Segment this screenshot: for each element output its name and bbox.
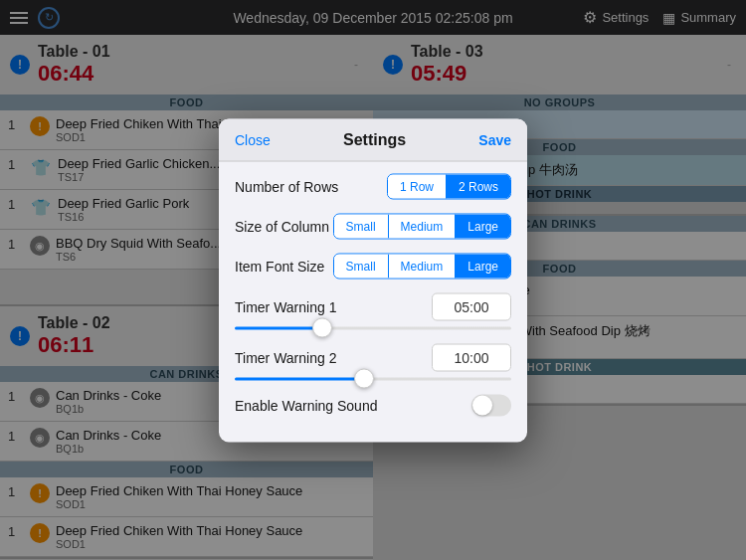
column-size-label: Size of Column	[235, 218, 329, 234]
timer2-input[interactable]	[432, 343, 511, 371]
timer2-slider-container	[235, 377, 511, 380]
modal-close-button[interactable]: Close	[235, 131, 271, 147]
warning-sound-toggle[interactable]	[471, 394, 511, 416]
font-large-button[interactable]: Large	[455, 254, 510, 278]
column-size-row: Size of Column Small Medium Large	[235, 213, 511, 239]
timer2-row: Timer Warning 2	[235, 343, 511, 371]
rows-1-button[interactable]: 1 Row	[388, 174, 446, 198]
timer1-label: Timer Warning 1	[235, 298, 336, 314]
font-size-row: Item Font Size Small Medium Large	[235, 253, 511, 279]
rows-btn-group: 1 Row 2 Rows	[387, 173, 511, 199]
timer2-label: Timer Warning 2	[235, 349, 336, 365]
column-small-button[interactable]: Small	[334, 214, 388, 238]
font-size-btn-group: Small Medium Large	[333, 253, 511, 279]
timer1-slider-thumb[interactable]	[312, 317, 332, 337]
warning-sound-row: Enable Warning Sound	[235, 394, 511, 416]
rows-2-button[interactable]: 2 Rows	[446, 174, 510, 198]
modal-header: Close Settings Save	[219, 118, 527, 161]
timer1-row: Timer Warning 1	[235, 292, 511, 320]
timer2-slider[interactable]	[235, 377, 511, 380]
modal-title: Settings	[343, 130, 406, 148]
toggle-knob	[472, 395, 492, 415]
font-size-label: Item Font Size	[235, 258, 324, 274]
rows-label: Number of Rows	[235, 178, 338, 194]
timer2-slider-thumb[interactable]	[354, 368, 374, 388]
modal-save-button[interactable]: Save	[478, 131, 511, 147]
timer1-slider-container	[235, 326, 511, 329]
settings-modal: Close Settings Save Number of Rows 1 Row…	[219, 118, 527, 442]
timer1-input[interactable]	[432, 292, 511, 320]
font-medium-button[interactable]: Medium	[388, 254, 456, 278]
column-medium-button[interactable]: Medium	[388, 214, 456, 238]
warning-sound-label: Enable Warning Sound	[235, 397, 377, 413]
modal-body: Number of Rows 1 Row 2 Rows Size of Colu…	[219, 161, 527, 442]
timer1-slider[interactable]	[235, 326, 511, 329]
column-size-btn-group: Small Medium Large	[333, 213, 511, 239]
column-large-button[interactable]: Large	[455, 214, 510, 238]
number-of-rows-row: Number of Rows 1 Row 2 Rows	[235, 173, 511, 199]
font-small-button[interactable]: Small	[334, 254, 388, 278]
